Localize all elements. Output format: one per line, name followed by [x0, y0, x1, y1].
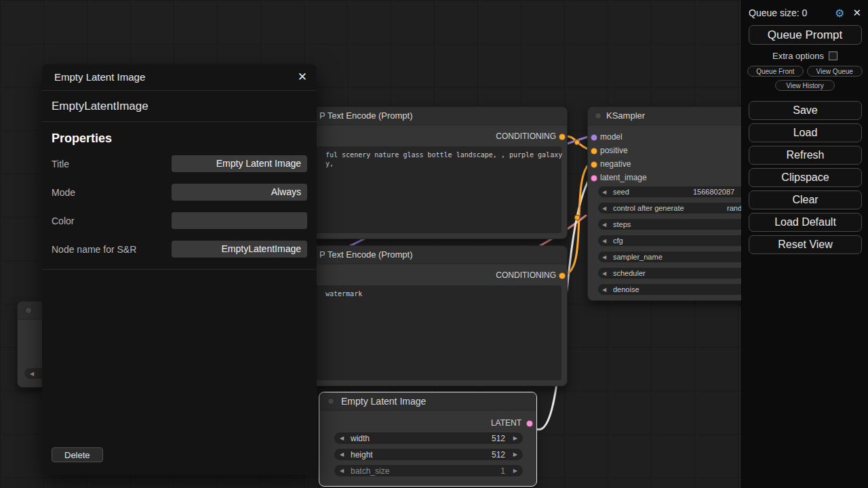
steps-widget[interactable]: ◀ steps [598, 219, 747, 230]
collapse-dot[interactable] [595, 113, 601, 119]
positive-input-dot[interactable] [591, 148, 597, 155]
link-midpoint-dot [574, 140, 580, 145]
extra-options-label: Extra options [772, 51, 824, 61]
model-input-dot[interactable] [591, 134, 597, 141]
collapse-dot[interactable] [25, 307, 32, 314]
mode-select[interactable]: Always [172, 184, 307, 201]
scheduler-widget[interactable]: ◀ scheduler [598, 268, 747, 279]
property-row-title: Title Empty Latent Image [42, 155, 317, 172]
clipspace-button[interactable]: Clipspace [749, 168, 862, 187]
conditioning-output-dot[interactable] [559, 272, 566, 279]
sampler-name-widget[interactable]: ◀ sampler_name [598, 251, 747, 262]
dialog-title: Empty Latent Image [54, 71, 145, 83]
latent-output-label: LATENT [491, 418, 521, 428]
decrement-arrow-icon[interactable]: ◀ [340, 435, 344, 441]
properties-heading: Properties [52, 131, 317, 146]
property-label: Node name for S&R [52, 244, 136, 255]
increment-arrow-icon[interactable]: ▶ [513, 468, 517, 474]
node-title: P Text Encode (Prompt) [319, 246, 413, 264]
menu-buttons: Save Load Refresh Clipspace Clear Load D… [749, 101, 861, 254]
node-properties-dialog: Empty Latent Image ✕ EmptyLatentImage Pr… [42, 64, 317, 474]
widget-label: sampler_name [613, 253, 663, 261]
extra-options-row: Extra options [742, 51, 868, 61]
node-titlebar[interactable]: Empty Latent Image [319, 392, 536, 411]
queue-front-button[interactable]: Queue Front [747, 66, 804, 77]
latent-input-dot[interactable] [591, 175, 597, 182]
increment-arrow-icon[interactable]: ▶ [513, 451, 517, 458]
close-icon[interactable]: ✕ [298, 64, 307, 90]
decrement-arrow-icon[interactable]: ◀ [602, 222, 606, 228]
positive-input-label: positive [600, 146, 628, 155]
reset-view-button[interactable]: Reset View [749, 235, 862, 254]
widget-value: 1 [500, 466, 505, 476]
widget-label: denoise [613, 285, 639, 293]
refresh-button[interactable]: Refresh [749, 146, 862, 165]
decrement-arrow-icon[interactable]: ◀ [340, 451, 344, 458]
comfy-menu-panel: Queue size: 0 ⚙ ✕ Queue Prompt Extra opt… [741, 0, 868, 488]
widget-value: rand [727, 204, 742, 212]
batch-size-widget[interactable]: ◀ batch_size 1 ▶ [334, 465, 523, 476]
close-icon[interactable]: ✕ [852, 7, 861, 19]
clear-button[interactable]: Clear [749, 190, 862, 209]
denoise-widget[interactable]: ◀ denoise [598, 284, 747, 295]
divider [42, 269, 317, 270]
decrement-arrow-icon[interactable]: ◀ [602, 270, 606, 277]
load-button[interactable]: Load [749, 123, 862, 142]
load-default-button[interactable]: Load Default [749, 213, 862, 232]
property-label: Title [52, 159, 69, 169]
extra-options-checkbox[interactable] [829, 52, 837, 60]
negative-input-dot[interactable] [591, 161, 597, 168]
cfg-widget[interactable]: ◀ cfg [598, 235, 747, 246]
view-queue-button[interactable]: View Queue [807, 66, 863, 77]
height-widget[interactable]: ◀ height 512 ▶ [334, 449, 523, 460]
decrement-arrow-icon[interactable]: ◀ [30, 371, 34, 377]
node-title: P Text Encode (Prompt) [319, 107, 413, 125]
latent-output-row: LATENT [319, 418, 536, 428]
widget-value: 1566802087 [693, 188, 734, 196]
conditioning-output-label: CONDITIONING [496, 131, 556, 141]
conditioning-output-label: CONDITIONING [496, 270, 556, 280]
queue-buttons-row: Queue Front View Queue [747, 66, 863, 77]
property-row-color: Color [42, 212, 317, 229]
color-input[interactable] [172, 212, 307, 229]
property-label: Color [52, 216, 74, 226]
widget-value: 512 [492, 450, 505, 460]
latent-output-dot[interactable] [526, 420, 533, 427]
view-history-button[interactable]: View History [775, 80, 835, 91]
decrement-arrow-icon[interactable]: ◀ [602, 287, 606, 293]
save-button[interactable]: Save [749, 101, 862, 120]
delete-button[interactable]: Delete [52, 447, 103, 462]
seed-widget[interactable]: ◀ seed 1566802087 [598, 186, 747, 197]
increment-arrow-icon[interactable]: ▶ [513, 435, 517, 441]
decrement-arrow-icon[interactable]: ◀ [602, 254, 606, 260]
control-after-generate-widget[interactable]: ◀ control after generate rand [598, 203, 747, 214]
property-row-mode: Mode Always [42, 184, 317, 201]
widget-value: 512 [492, 434, 505, 443]
widget-label: batch_size [351, 466, 389, 476]
latent-input-label: latent_image [600, 173, 647, 182]
decrement-arrow-icon[interactable]: ◀ [602, 205, 606, 211]
prompt-text: y, [326, 160, 334, 167]
model-input-label: model [600, 132, 623, 142]
link-midpoint-dot [574, 215, 580, 220]
node-titlebar[interactable]: KSampler [588, 107, 756, 125]
menu-header-row: Queue size: 0 ⚙ ✕ [742, 4, 868, 22]
width-widget[interactable]: ◀ width 512 ▶ [334, 432, 523, 444]
collapse-dot[interactable] [328, 398, 334, 405]
widget-label: steps [613, 220, 631, 228]
title-input[interactable]: Empty Latent Image [172, 155, 307, 172]
decrement-arrow-icon[interactable]: ◀ [602, 189, 606, 195]
property-label: Mode [52, 187, 75, 198]
decrement-arrow-icon[interactable]: ◀ [340, 468, 344, 474]
empty-latent-image-node[interactable]: Empty Latent Image LATENT ◀ width 512 ▶ … [319, 392, 537, 487]
node-type-label: EmptyLatentImage [42, 91, 317, 122]
dialog-titlebar: Empty Latent Image ✕ [42, 64, 317, 91]
widget-label: height [351, 450, 373, 460]
queue-prompt-button[interactable]: Queue Prompt [749, 25, 862, 45]
conditioning-output-dot[interactable] [559, 134, 566, 140]
decrement-arrow-icon[interactable]: ◀ [602, 238, 606, 244]
ksampler-node[interactable]: KSampler model positive negative latent_… [587, 106, 757, 301]
node-name-input[interactable]: EmptyLatentImage [172, 241, 307, 258]
widget-label: seed [613, 188, 629, 196]
settings-gear-icon[interactable]: ⚙ [835, 7, 844, 20]
